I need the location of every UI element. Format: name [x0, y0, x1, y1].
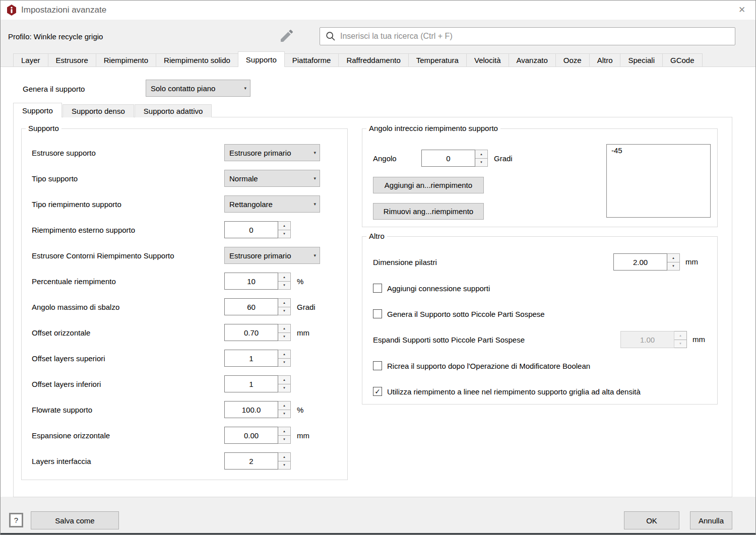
dimensione-pilastri-spinner[interactable]: 2.00 ▲▼ [613, 253, 680, 271]
tab-temperatura[interactable]: Temperatura [408, 53, 467, 66]
unit-label: % [297, 277, 303, 286]
genera-supporto-select[interactable]: Solo contatto piano ▾ [146, 80, 250, 97]
search-input[interactable]: Inserisci la tua ricerca (Ctrl + F) [320, 27, 735, 45]
field-label: Offset orizzontale [32, 328, 224, 337]
tab-velocita[interactable]: Velocità [466, 53, 509, 66]
form-row: Offset layers inferiori 1 ▲▼ [32, 375, 336, 392]
unit-label: mm [297, 431, 309, 440]
tab-layer[interactable]: Layer [13, 53, 48, 66]
spin-up-icon[interactable]: ▲ [278, 273, 290, 282]
advanced-settings-dialog: Impostazioni avanzate ✕ Profilo: Winkle … [0, 0, 756, 535]
form-row: Riempimento esterno supporto 0 ▲▼ [32, 221, 336, 238]
edit-pencil-icon[interactable] [279, 28, 295, 46]
spin-down-icon[interactable]: ▼ [278, 230, 290, 238]
form-row: Percentuale riempimento 10 ▲▼ % [32, 273, 336, 290]
tab-raffreddamento[interactable]: Raffreddamento [338, 53, 408, 66]
spin-up-icon[interactable]: ▲ [667, 254, 679, 262]
riempimento-esterno-spinner[interactable]: 0 ▲▼ [224, 221, 291, 238]
unit-label: Gradi [494, 154, 513, 163]
spin-down-icon[interactable]: ▼ [278, 410, 290, 418]
chevron-down-icon: ▾ [313, 253, 320, 258]
subtab-supporto-denso[interactable]: Supporto denso [62, 104, 134, 117]
ok-button[interactable]: OK [624, 511, 679, 529]
supporto-group-title: Supporto [26, 124, 61, 132]
tipo-riempimento-supporto-select[interactable]: Rettangolare ▾ [224, 195, 320, 213]
tab-riempimento-solido[interactable]: Riempimento solido [156, 53, 238, 66]
tipo-supporto-select[interactable]: Normale ▾ [224, 170, 320, 187]
tab-riempimento[interactable]: Riempimento [96, 53, 156, 66]
spin-up-icon[interactable]: ▲ [278, 222, 290, 230]
search-placeholder: Inserisci la tua ricerca (Ctrl + F) [340, 32, 453, 41]
angolo-massimo-sbalzo-spinner[interactable]: 60 ▲▼ [224, 298, 291, 315]
layers-interfaccia-spinner[interactable]: 2 ▲▼ [224, 452, 291, 470]
estrusore-supporto-select[interactable]: Estrusore primario ▾ [224, 144, 320, 161]
form-row: Tipo supporto Normale ▾ [32, 170, 336, 187]
tab-avanzato[interactable]: Avanzato [509, 53, 556, 66]
utilizza-riempimento-linee-checkbox[interactable]: ✓ [373, 387, 382, 396]
spin-up-icon[interactable]: ▲ [278, 376, 290, 384]
tab-supporto[interactable]: Supporto [238, 51, 285, 67]
field-label: Espansione orizzontale [32, 431, 224, 440]
spin-up-icon[interactable]: ▲ [278, 453, 290, 461]
offset-layers-inferiori-spinner[interactable]: 1 ▲▼ [224, 375, 291, 392]
form-row: Offset orizzontale 0.70 ▲▼ mm [32, 324, 336, 341]
spin-up-icon[interactable]: ▲ [278, 299, 290, 307]
spin-up-icon[interactable]: ▲ [278, 350, 290, 359]
subtab-supporto-adattivo[interactable]: Supporto adattivo [135, 104, 212, 117]
genera-supporto-label: Genera il supporto [23, 85, 85, 93]
ricrea-supporto-boolean-checkbox[interactable] [373, 361, 382, 370]
angle-list-item[interactable]: -45 [611, 146, 706, 155]
tab-estrusore[interactable]: Estrusore [48, 53, 96, 66]
spin-down-icon[interactable]: ▼ [278, 359, 290, 367]
percentuale-riempimento-spinner[interactable]: 10 ▲▼ [224, 273, 291, 290]
add-angle-button[interactable]: Aggiungi an...riempimento [373, 177, 484, 193]
profile-label: Profilo: Winkle recycle grigio [8, 32, 103, 41]
spin-down-icon[interactable]: ▼ [278, 436, 290, 444]
spin-up-icon[interactable]: ▲ [278, 427, 290, 436]
altro-group-title: Altro [366, 232, 387, 240]
tab-gcode[interactable]: GCode [662, 53, 703, 66]
window-bottom-edge [1, 533, 755, 535]
offset-layers-superiori-spinner[interactable]: 1 ▲▼ [224, 350, 291, 367]
spin-down-icon[interactable]: ▼ [278, 307, 290, 315]
spin-down-icon[interactable]: ▼ [667, 262, 679, 271]
angle-group-title: Angolo intreccio riempimento supporto [366, 124, 500, 132]
angle-list[interactable]: -45 [606, 144, 711, 218]
spin-down-icon[interactable]: ▼ [278, 384, 290, 392]
unit-label: % [297, 406, 303, 414]
offset-orizzontale-spinner[interactable]: 0.70 ▲▼ [224, 324, 291, 341]
unit-label: mm [692, 335, 705, 344]
genera-piccole-parti-checkbox[interactable] [373, 309, 382, 318]
unit-label: mm [297, 328, 309, 337]
tab-piattaforme[interactable]: Piattaforme [284, 53, 339, 66]
form-row: Flowrate supporto 100.0 ▲▼ % [32, 401, 336, 418]
flowrate-supporto-spinner[interactable]: 100.0 ▲▼ [224, 401, 291, 418]
remove-angle-button[interactable]: Rimuovi ang...riempimento [373, 203, 484, 220]
spin-down-icon[interactable]: ▼ [278, 333, 290, 341]
save-as-button[interactable]: Salva come [31, 511, 119, 529]
help-button[interactable]: ? [9, 513, 23, 527]
form-row: Angolo massimo di sbalzo 60 ▲▼ Gradi [32, 298, 336, 315]
subtab-supporto[interactable]: Supporto [13, 103, 62, 117]
spin-down-icon[interactable]: ▼ [475, 159, 487, 167]
expand-row: Espandi Supporti sotto Piccole Parti Sos… [373, 331, 525, 348]
form-row: Tipo riempimento supporto Rettangolare ▾ [32, 195, 336, 213]
tab-altro[interactable]: Altro [589, 53, 621, 66]
close-icon[interactable]: ✕ [736, 4, 747, 15]
field-label: Tipo supporto [32, 174, 224, 183]
tab-speciali[interactable]: Speciali [620, 53, 663, 66]
cancel-button[interactable]: Annulla [690, 511, 732, 529]
form-row: Espansione orizzontale 0.00 ▲▼ mm [32, 427, 336, 444]
unit-label: mm [685, 257, 698, 266]
spin-up-icon[interactable]: ▲ [278, 324, 290, 333]
spin-down-icon[interactable]: ▼ [278, 461, 290, 470]
form-row: Layers interfaccia 2 ▲▼ [32, 452, 336, 470]
spin-up-icon[interactable]: ▲ [278, 402, 290, 410]
tab-ooze[interactable]: Ooze [555, 53, 590, 66]
spin-down-icon[interactable]: ▼ [278, 282, 290, 290]
spin-up-icon[interactable]: ▲ [475, 150, 487, 159]
estrusore-contorni-select[interactable]: Estrusore primario ▾ [224, 247, 320, 264]
aggiungi-connessione-checkbox[interactable] [373, 284, 382, 293]
espansione-orizzontale-spinner[interactable]: 0.00 ▲▼ [224, 427, 291, 444]
angle-spinner[interactable]: 0 ▲▼ [421, 150, 488, 167]
